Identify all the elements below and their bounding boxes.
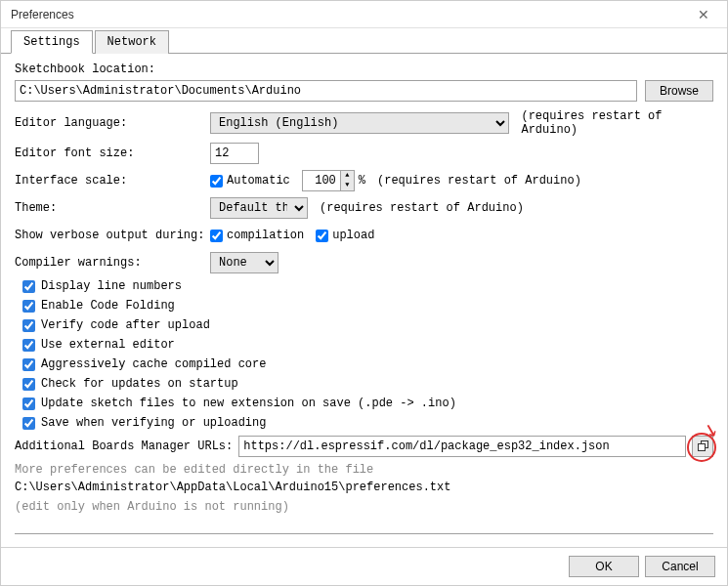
titlebar: Preferences ✕ — [1, 1, 727, 28]
verbose-label: Show verbose output during: — [15, 229, 210, 242]
editor-language-select[interactable]: English (English) — [210, 112, 509, 134]
automatic-label: Automatic — [227, 174, 290, 188]
tab-bar: Settings Network — [1, 29, 727, 54]
spinner-up-icon[interactable]: ▲ — [341, 171, 354, 181]
browse-button[interactable]: Browse — [645, 80, 713, 102]
scale-input[interactable] — [302, 170, 341, 191]
scale-hint: (requires restart of Arduino) — [377, 174, 581, 188]
check-line-numbers[interactable]: Display line numbers — [22, 279, 713, 293]
theme-hint: (requires restart of Arduino) — [320, 201, 524, 215]
spinner-buttons[interactable]: ▲▼ — [341, 170, 355, 191]
ok-button[interactable]: OK — [569, 556, 639, 577]
compiler-warnings-label: Compiler warnings: — [15, 256, 210, 270]
automatic-checkbox-input[interactable] — [210, 175, 223, 188]
percent-label: % — [359, 174, 365, 188]
check-save-verify[interactable]: Save when verifying or uploading — [22, 416, 713, 430]
check-update-sketch[interactable]: Update sketch files to new extension on … — [22, 397, 713, 410]
sketchbook-input[interactable] — [15, 80, 637, 102]
content-pane: Sketchbook location: Browse Editor langu… — [1, 53, 727, 547]
divider — [15, 533, 713, 534]
footer: OK Cancel — [1, 547, 727, 585]
font-size-input[interactable] — [210, 143, 259, 164]
sketchbook-label: Sketchbook location: — [15, 63, 713, 76]
spinner-down-icon[interactable]: ▼ — [341, 181, 354, 190]
tab-network[interactable]: Network — [95, 30, 169, 54]
check-cache-core[interactable]: Aggressively cache compiled core — [22, 357, 713, 371]
font-size-label: Editor font size: — [15, 146, 210, 160]
theme-label: Theme: — [15, 201, 210, 215]
prefs-path: C:\Users\Administrator\AppData\Local\Ard… — [15, 481, 713, 494]
check-verify-upload[interactable]: Verify code after upload — [22, 318, 713, 332]
interface-scale-label: Interface scale: — [15, 174, 210, 188]
editor-language-label: Editor language: — [15, 116, 210, 130]
editor-language-hint: (requires restart of Arduino) — [521, 109, 713, 137]
boards-url-label: Additional Boards Manager URLs: — [15, 440, 233, 453]
theme-select[interactable]: Default theme — [210, 197, 308, 219]
boards-url-input[interactable] — [238, 436, 686, 457]
check-updates[interactable]: Check for updates on startup — [22, 377, 713, 391]
more-prefs-text: More preferences can be edited directly … — [15, 463, 713, 477]
window-title: Preferences — [11, 8, 690, 21]
verbose-compilation-checkbox[interactable]: compilation — [210, 229, 304, 242]
cancel-button[interactable]: Cancel — [645, 556, 715, 577]
tab-settings[interactable]: Settings — [11, 30, 93, 54]
edit-warning: (edit only when Arduino is not running) — [15, 500, 713, 514]
compiler-warnings-select[interactable]: None — [210, 252, 278, 273]
automatic-checkbox[interactable]: Automatic — [210, 174, 290, 188]
check-code-folding[interactable]: Enable Code Folding — [22, 299, 713, 313]
close-icon[interactable]: ✕ — [690, 7, 717, 22]
scale-spinner[interactable]: ▲▼ — [302, 170, 355, 191]
verbose-upload-checkbox[interactable]: upload — [316, 229, 374, 242]
edit-urls-button[interactable] — [692, 436, 713, 457]
check-external-editor[interactable]: Use external editor — [22, 338, 713, 352]
